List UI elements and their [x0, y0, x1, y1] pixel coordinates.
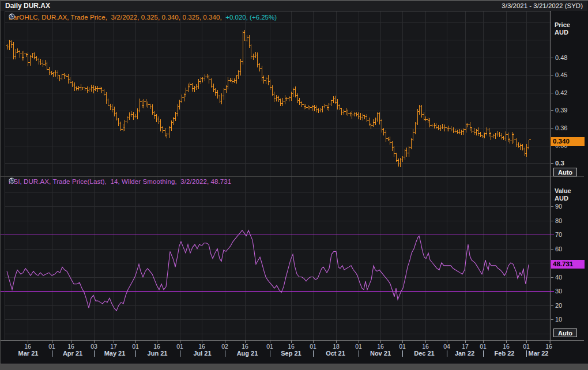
day-tick-label: 02: [221, 343, 228, 350]
price-auto-button[interactable]: Auto: [553, 168, 577, 176]
clock-icon: [9, 178, 15, 184]
day-tick-label: 16: [242, 343, 248, 350]
day-tick-label: 01: [355, 343, 362, 350]
month-label: Sep 21: [281, 350, 301, 357]
clock-icon: [9, 13, 15, 20]
day-tick-label: 01: [132, 343, 139, 350]
month-separator: [313, 350, 314, 357]
month-separator: [447, 350, 447, 357]
day-tick-label: 16: [503, 343, 510, 350]
month-label: Oct 21: [326, 350, 345, 357]
month-separator: [225, 350, 225, 357]
day-tick-label: 01: [266, 343, 273, 350]
rsi-tick-label: 60: [555, 246, 562, 252]
price-tick-label: 0.48: [555, 54, 567, 61]
day-tick-label: 01: [310, 343, 316, 350]
day-tick-label: 16: [24, 343, 31, 350]
rsi-tick-label: 10: [555, 316, 562, 323]
price-tick-label: 0.45: [555, 71, 567, 78]
day-tick-label: 01: [48, 343, 55, 350]
month-separator: [483, 350, 484, 357]
rsi-legend[interactable]: RSI, DUR.AX, Trade Price(Last), 14, Wild…: [9, 178, 231, 185]
month-label: Feb 22: [495, 350, 515, 357]
price-legend-text: BarOHLC, DUR.AX, Trade Price, 3/2/2022, …: [9, 14, 224, 21]
day-tick-label: 16: [153, 343, 160, 350]
price-tick-label: 0.36: [555, 124, 567, 131]
month-label: Apr 21: [63, 350, 82, 357]
month-label: Nov 21: [370, 350, 391, 357]
rsi-tick-label: 40: [555, 274, 562, 281]
rsi-tick-label: 80: [555, 217, 562, 224]
day-tick-label: 01: [399, 343, 406, 350]
month-label: Mar 21: [18, 350, 39, 357]
month-label: Dec 21: [414, 350, 434, 357]
day-tick-label: 17: [462, 343, 469, 350]
last-rsi-badge: 48.731: [551, 260, 585, 269]
month-separator: [180, 350, 180, 357]
price-axis-title: Price AUD: [555, 21, 570, 36]
day-tick-label: 01: [176, 343, 183, 350]
day-tick-label: 16: [67, 343, 74, 350]
month-label: Jan 22: [455, 350, 474, 357]
chart-canvas[interactable]: [0, 0, 588, 370]
day-tick-label: 01: [480, 343, 487, 350]
month-separator: [359, 350, 359, 357]
day-tick-label: 18: [333, 343, 340, 350]
day-tick-label: 03: [91, 343, 97, 350]
rsi-auto-button[interactable]: Auto: [553, 329, 577, 337]
price-legend[interactable]: BarOHLC, DUR.AX, Trade Price, 3/2/2022, …: [9, 13, 277, 21]
rsi-tick-label: 70: [555, 231, 562, 238]
price-tick-label: 0.3: [555, 160, 564, 167]
rsi-tick-label: 90: [555, 203, 562, 210]
rsi-axis-title: Value AUD: [555, 187, 571, 202]
month-label: Jul 21: [193, 350, 211, 357]
price-legend-change: +0.020, (+6.25%): [225, 14, 277, 21]
month-separator: [526, 350, 527, 357]
day-tick-label: 04: [443, 343, 450, 350]
month-label: Jun 21: [148, 350, 168, 357]
day-tick-label: 01: [523, 343, 530, 350]
day-tick-label: 16: [377, 343, 384, 350]
bottom-strip: [0, 364, 588, 370]
month-label: May 21: [104, 350, 126, 357]
month-separator: [52, 350, 52, 357]
price-tick-label: 0.39: [555, 107, 567, 114]
day-tick-label: 16: [198, 343, 205, 350]
month-separator: [402, 350, 403, 357]
day-tick-label: 16: [422, 343, 429, 350]
day-tick-label: 16: [288, 343, 295, 350]
month-separator: [135, 350, 136, 357]
last-price-badge: 0.340: [551, 137, 585, 146]
month-separator: [94, 350, 95, 357]
month-separator: [270, 350, 270, 357]
chart-window: Daily DUR.AX 3/3/2021 - 3/21/2022 (SYD) …: [0, 0, 588, 370]
price-tick-label: 0.42: [555, 89, 567, 96]
day-tick-label: 16: [545, 343, 552, 350]
rsi-legend-text: RSI, DUR.AX, Trade Price(Last), 14, Wild…: [9, 178, 231, 185]
month-label: Aug 21: [237, 350, 258, 357]
rsi-tick-label: 20: [555, 302, 562, 309]
day-tick-label: 17: [110, 343, 117, 350]
month-label: Mar 22: [529, 350, 549, 357]
rsi-tick-label: 30: [555, 288, 562, 295]
